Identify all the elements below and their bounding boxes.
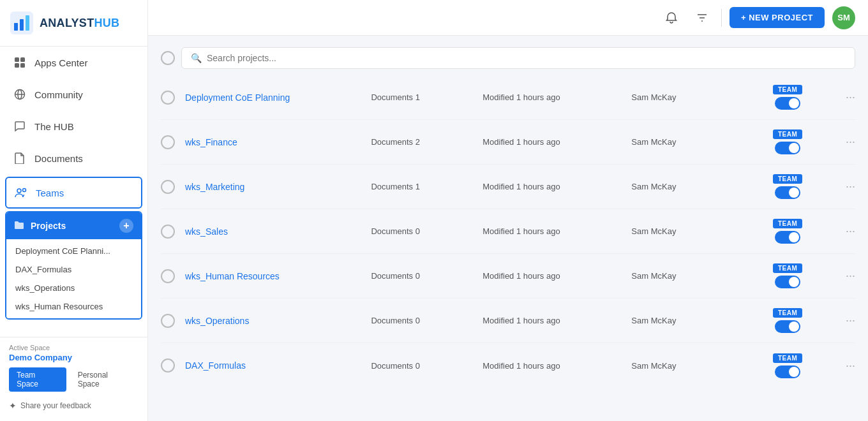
sidebar-item-documents[interactable]: Documents: [0, 142, 147, 174]
svg-rect-2: [20, 19, 24, 31]
svg-rect-4: [15, 57, 19, 62]
sidebar-item-teams-label: Teams: [36, 188, 64, 198]
sidebar-item-community[interactable]: Community: [0, 78, 147, 110]
project-sub-item-1[interactable]: DAX_Formulas: [6, 260, 141, 279]
main-content: + NEW PROJECT SM 🔍 Deployment CoE Planni…: [148, 0, 868, 421]
space-tabs: Team Space Personal Space: [9, 367, 138, 392]
project-name-2[interactable]: wks_Marketing: [185, 182, 371, 192]
project-name-1[interactable]: wks_Finance: [185, 137, 371, 147]
sidebar-logo: ANALYSTHUB: [0, 0, 147, 47]
project-sub-item-0[interactable]: Deployment CoE Planni...: [6, 242, 141, 260]
project-owner-2: Sam McKay: [631, 182, 743, 191]
team-badge-0: TEAM: [773, 85, 802, 94]
project-docs-3: Documents 0: [371, 226, 483, 236]
projects-header-label: Projects: [31, 221, 119, 231]
table-row: wks_Human Resources Documents 0 Modified…: [161, 254, 855, 299]
sidebar-item-teams[interactable]: Teams: [5, 177, 142, 209]
row-checkbox-2[interactable]: [161, 180, 175, 194]
project-badge-toggle-3: TEAM: [743, 219, 832, 244]
project-name-4[interactable]: wks_Human Resources: [185, 271, 371, 281]
project-toggle-5[interactable]: [775, 320, 800, 333]
project-name-5[interactable]: wks_Operations: [185, 316, 371, 326]
project-docs-1: Documents 2: [371, 137, 483, 147]
row-checkbox-0[interactable]: [161, 91, 175, 105]
project-sub-item-3[interactable]: wks_Human Resources: [6, 297, 141, 316]
project-badge-toggle-0: TEAM: [743, 85, 832, 110]
search-wrapper: 🔍: [181, 47, 855, 69]
project-badge-toggle-4: TEAM: [743, 263, 832, 288]
team-badge-6: TEAM: [773, 353, 802, 363]
project-toggle-2[interactable]: [775, 186, 800, 199]
project-docs-6: Documents 0: [371, 361, 483, 371]
project-name-3[interactable]: wks_Sales: [185, 226, 371, 237]
project-sub-items: Deployment CoE Planni... DAX_Formulas wk…: [6, 239, 141, 318]
sidebar-item-the-hub[interactable]: The HUB: [0, 110, 147, 142]
row-checkbox-4[interactable]: [161, 269, 175, 283]
content-area: 🔍 Deployment CoE Planning Documents 1 Mo…: [148, 36, 868, 421]
project-actions-6[interactable]: ···: [832, 359, 855, 373]
project-actions-1[interactable]: ···: [832, 135, 855, 149]
project-actions-5[interactable]: ···: [832, 314, 855, 327]
project-toggle-0[interactable]: [775, 97, 800, 110]
svg-rect-7: [20, 63, 25, 68]
project-docs-5: Documents 0: [371, 316, 483, 325]
svg-rect-3: [26, 15, 29, 31]
project-actions-3[interactable]: ···: [832, 225, 855, 238]
project-name-0[interactable]: Deployment CoE Planning: [185, 92, 371, 103]
sidebar-item-community-label: Community: [34, 89, 83, 100]
active-space-label: Active Space: [9, 344, 138, 351]
toggle-knob-4: [789, 277, 799, 287]
project-badge-toggle-5: TEAM: [743, 308, 832, 333]
sidebar-item-apps-center[interactable]: Apps Center: [0, 47, 147, 78]
project-owner-5: Sam McKay: [631, 316, 743, 325]
sidebar-nav: Apps Center Community The HUB Documents: [0, 47, 147, 337]
projects-header[interactable]: Projects +: [6, 212, 141, 239]
projects-add-button[interactable]: +: [119, 219, 133, 233]
row-checkbox-1[interactable]: [161, 135, 175, 149]
project-name-6[interactable]: DAX_Formulas: [185, 360, 371, 371]
user-avatar[interactable]: SM: [832, 6, 855, 29]
project-toggle-3[interactable]: [775, 231, 800, 244]
svg-rect-1: [14, 23, 18, 31]
feedback-link[interactable]: ✦ Share your feedback: [9, 397, 138, 415]
project-toggle-6[interactable]: [775, 366, 800, 378]
project-docs-2: Documents 1: [371, 182, 483, 191]
table-row: wks_Finance Documents 2 Modified 1 hours…: [161, 120, 855, 165]
filter-button[interactable]: [691, 6, 714, 29]
personal-space-tab[interactable]: Personal Space: [70, 367, 138, 392]
svg-rect-6: [15, 63, 19, 68]
project-modified-2: Modified 1 hours ago: [483, 182, 631, 191]
row-checkbox-3[interactable]: [161, 225, 175, 239]
search-bar: 🔍: [161, 36, 855, 75]
search-input[interactable]: [207, 53, 846, 63]
toggle-knob-5: [789, 321, 799, 332]
new-project-button[interactable]: + NEW PROJECT: [730, 7, 825, 28]
project-modified-5: Modified 1 hours ago: [483, 316, 631, 325]
svg-point-11: [17, 189, 21, 193]
project-owner-1: Sam McKay: [631, 137, 743, 147]
project-owner-6: Sam McKay: [631, 361, 743, 371]
row-checkbox-5[interactable]: [161, 314, 175, 328]
project-actions-0[interactable]: ···: [832, 91, 855, 104]
project-actions-4[interactable]: ···: [832, 269, 855, 283]
active-space-name[interactable]: Demo Company: [9, 353, 138, 362]
project-toggle-4[interactable]: [775, 276, 800, 288]
row-checkbox-6[interactable]: [161, 358, 175, 373]
table-row: wks_Sales Documents 0 Modified 1 hours a…: [161, 209, 855, 254]
project-actions-2[interactable]: ···: [832, 180, 855, 193]
project-docs-4: Documents 0: [371, 271, 483, 281]
table-row: DAX_Formulas Documents 0 Modified 1 hour…: [161, 343, 855, 388]
sidebar-bottom: Active Space Demo Company Team Space Per…: [0, 337, 147, 421]
toggle-knob-0: [789, 98, 799, 108]
project-sub-item-2[interactable]: wks_Operations: [6, 279, 141, 297]
table-row: Deployment CoE Planning Documents 1 Modi…: [161, 75, 855, 120]
feedback-icon: ✦: [9, 401, 17, 411]
folder-icon: [14, 221, 24, 232]
notification-button[interactable]: [660, 6, 683, 29]
team-space-tab[interactable]: Team Space: [9, 367, 66, 392]
search-row-check[interactable]: [161, 51, 175, 65]
doc-icon: [13, 151, 27, 165]
project-modified-0: Modified 1 hours ago: [483, 92, 631, 102]
project-toggle-1[interactable]: [775, 142, 800, 154]
project-modified-1: Modified 1 hours ago: [483, 137, 631, 147]
